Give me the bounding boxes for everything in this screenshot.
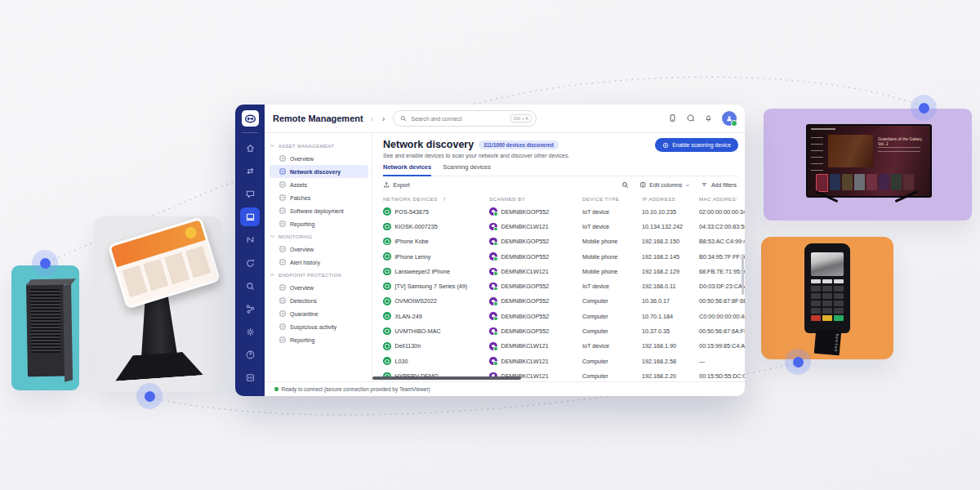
- table-row[interactable]: UVMTHIBO-MAC DEMNBKGOP552 Computer 10.37…: [383, 323, 745, 338]
- column-header[interactable]: SCANNED BY: [489, 196, 525, 202]
- device-panel-icon[interactable]: [668, 111, 677, 126]
- settings-icon[interactable]: [240, 323, 260, 341]
- export-button[interactable]: Export: [383, 181, 410, 189]
- sidebar-section-header[interactable]: ENDPOINT PROTECTION: [270, 269, 368, 281]
- ip-address: 192.168.0.11: [642, 283, 699, 290]
- sidebar-item[interactable]: Detections: [270, 294, 368, 307]
- sidebar-item[interactable]: Alert history: [270, 256, 368, 269]
- sidebar-item-icon: [279, 336, 286, 343]
- payment-terminal-card: Bank Card: [761, 237, 893, 359]
- device-type: Mobile phone: [582, 238, 642, 245]
- sidebar-item-icon: [279, 220, 286, 227]
- sidebar-item[interactable]: Reporting: [270, 217, 368, 230]
- nodes-icon[interactable]: [240, 300, 260, 318]
- device-name: OVMOIWS2022: [395, 297, 438, 305]
- devices-icon[interactable]: [240, 207, 260, 226]
- plus-circle-icon: [662, 142, 669, 149]
- page-subtitle: See and enable devices to scan your netw…: [383, 153, 738, 158]
- table-search-icon[interactable]: [621, 181, 629, 189]
- mac-address: 68:FB:7E:71:95:09: [699, 268, 745, 275]
- page-title: Network discovery: [383, 139, 474, 150]
- remote-management-window: Remote Management ‹ › Search and connect…: [235, 105, 745, 396]
- sessions-icon[interactable]: [240, 254, 260, 273]
- sidebar-item[interactable]: Suspicious activity: [270, 320, 368, 333]
- add-filters-button[interactable]: Add filters: [701, 181, 737, 189]
- sort-ascending-icon[interactable]: ↑: [443, 196, 447, 202]
- vertical-scrollbar[interactable]: [742, 254, 744, 295]
- chat-icon[interactable]: [240, 185, 260, 203]
- table-row[interactable]: XLAN-249 DEMNBKGOP552 Computer 10.70.1.1…: [383, 309, 745, 323]
- tab[interactable]: Network devices: [383, 163, 431, 176]
- help-icon[interactable]: [240, 345, 260, 364]
- table-header-row: NETWORK DEVICES↑ SCANNED BY DEVICE TYPE …: [372, 194, 745, 204]
- table-row[interactable]: Dell1130n DEMNBKCLW121 IoT device 192.16…: [383, 339, 745, 354]
- tab[interactable]: Scanning devices: [443, 163, 491, 176]
- filter-icon: [701, 181, 708, 189]
- network-device-icon: [383, 342, 391, 350]
- sidebar-item-icon: [279, 194, 286, 201]
- sidebar-item[interactable]: Software deployment: [270, 204, 368, 217]
- network-device-icon: [383, 357, 391, 365]
- home-icon[interactable]: [240, 139, 260, 158]
- table-row[interactable]: iPhone Kobe DEMNBKGOP552 Mobile phone 19…: [383, 234, 745, 249]
- table-row[interactable]: OVMOIWS2022 DEMNBKGOP552 Computer 10.36.…: [383, 294, 745, 309]
- sidebar-item-label: Patches: [290, 195, 310, 201]
- table-row[interactable]: POS-543675 DEMNBKGOP552 IoT device 10.10…: [383, 204, 745, 219]
- mac-address: 00:15:5D:55:DC:00: [699, 372, 745, 380]
- column-header[interactable]: IP ADDRESS: [642, 196, 675, 202]
- table-row[interactable]: [TV] Samsung 7 Series (49) DEMNBKGOP552 …: [383, 278, 745, 293]
- notifications-bell-icon[interactable]: [704, 111, 713, 126]
- tv-image: Guardians of the Galaxy Vol. 2: [806, 124, 932, 198]
- column-header[interactable]: DEVICE TYPE: [582, 196, 619, 202]
- nav-back-icon[interactable]: ‹: [371, 114, 374, 123]
- kiosk-base: [114, 350, 203, 381]
- sidebar-item[interactable]: Overview: [270, 281, 368, 294]
- table-row[interactable]: Lansweeper2 iPhone DEMNBKCLW121 Mobile p…: [383, 264, 745, 278]
- ip-address: 192.168.2.129: [642, 268, 699, 275]
- apps-icon[interactable]: [240, 368, 260, 387]
- horizontal-scrollbar[interactable]: [372, 376, 521, 381]
- sidebar-item-icon: [279, 181, 286, 188]
- connection-node: [911, 95, 937, 121]
- remote-management-icon[interactable]: [240, 230, 260, 249]
- sidebar-item[interactable]: Network discovery: [270, 165, 368, 178]
- export-icon: [383, 181, 390, 189]
- scanned-by: DEMNBKGOP552: [501, 313, 550, 320]
- enable-scanning-device-button[interactable]: Enable scanning device: [655, 138, 738, 152]
- teamviewer-logo[interactable]: [242, 110, 259, 127]
- device-type: Computer: [582, 313, 642, 320]
- sidebar-item-label: Reporting: [290, 221, 314, 227]
- column-header[interactable]: MAC ADDRESS: [699, 196, 737, 202]
- discovery-icon[interactable]: [240, 277, 260, 296]
- sidebar-section-header[interactable]: ASSET MANAGEMENT: [270, 140, 368, 152]
- column-header[interactable]: NETWORK DEVICES: [383, 196, 438, 202]
- network-device-icon: [383, 252, 391, 261]
- search-input[interactable]: Search and connect Ctrl + K: [393, 110, 537, 127]
- sidebar-item-label: Overview: [290, 247, 314, 252]
- scanned-by: DEMNBKGOP552: [501, 327, 550, 335]
- sidebar-item[interactable]: Overview: [270, 152, 368, 165]
- scanner-icon: [489, 357, 497, 365]
- sidebar-section-header[interactable]: MONITORING: [270, 230, 368, 243]
- device-type: Computer: [582, 372, 642, 380]
- sidebar-item-icon: [279, 323, 286, 330]
- device-name: iPhone Lenny: [395, 253, 431, 261]
- nav-forward-icon[interactable]: ›: [382, 114, 385, 123]
- scanned-by: DEMNBKCLW121: [501, 268, 549, 275]
- mac-address: D0:03:DF:23:CA:A5: [699, 283, 745, 290]
- table-row[interactable]: KIOSK-0007235 DEMNBKCLW121 IoT device 10…: [383, 219, 745, 234]
- user-avatar[interactable]: [722, 111, 737, 126]
- table-row[interactable]: L030 DEMNBKCLW121 Computer 192.168.2.58 …: [383, 354, 745, 368]
- sidebar-item[interactable]: Quarantine: [270, 307, 368, 320]
- sidebar-item[interactable]: Reporting: [270, 333, 368, 346]
- connections-icon[interactable]: [240, 162, 260, 180]
- device-name: Dell1130n: [395, 342, 421, 350]
- sidebar-item[interactable]: Assets: [270, 178, 368, 191]
- edit-columns-button[interactable]: Edit columns: [639, 181, 691, 189]
- scanner-icon: [489, 312, 497, 320]
- sidebar-item[interactable]: Overview: [270, 243, 368, 256]
- window-title: Remote Management: [273, 114, 371, 123]
- sidebar-item[interactable]: Patches: [270, 191, 368, 204]
- chat-bubble-icon[interactable]: [686, 111, 695, 126]
- table-row[interactable]: iPhone Lenny DEMNBKGOP552 Mobile phone 1…: [383, 249, 745, 264]
